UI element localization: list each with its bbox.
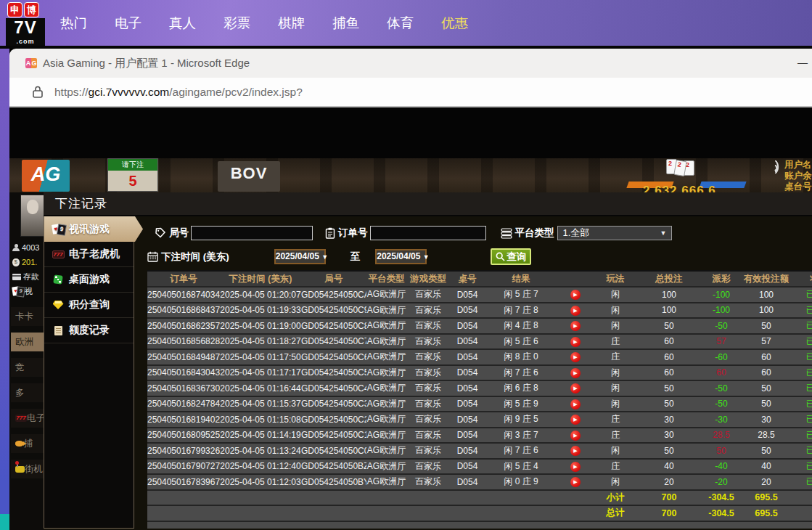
nav-menu-item[interactable]: 捕鱼	[319, 14, 373, 32]
bettime-label: 下注时间 (美东)	[147, 250, 229, 264]
cell-platform: AG欧洲厅	[366, 351, 406, 363]
nav-menu-item[interactable]: 电子	[101, 14, 155, 32]
sidebar-menu-item[interactable]: 多	[11, 383, 44, 402]
nav-menu-item[interactable]: 彩票	[210, 14, 264, 32]
cell-valid: 100	[742, 290, 791, 300]
play-video-icon[interactable]: ▶	[570, 477, 581, 487]
modal-sidebar-item[interactable]: 视讯游戏	[44, 216, 143, 242]
browser-titlebar[interactable]: A G Asia Gaming - 用户配置 1 - Microsoft Edg…	[9, 49, 812, 78]
cell-round: GD054254050C4	[301, 383, 366, 394]
play-video-icon[interactable]: ▶	[570, 352, 581, 362]
sidebar-menu-label: 竞	[15, 362, 25, 374]
favicon-letter-g: G	[31, 58, 37, 68]
cell-game: 百家乐	[406, 444, 450, 457]
modal-sidebar-item[interactable]: 桌面游戏	[44, 267, 134, 293]
cell-bet: 60	[637, 336, 701, 346]
cell-time: 2025-04-05 01:16:44	[220, 383, 301, 394]
play-video-icon[interactable]: ▶	[570, 446, 581, 456]
cell-status: 已派彩	[791, 429, 812, 441]
sidebar-stat-row: 4003	[12, 240, 44, 255]
cell-valid: 20	[742, 477, 791, 487]
cell-status: 已派彩	[791, 304, 812, 317]
cell-game: 百家乐	[406, 319, 450, 332]
round-input[interactable]	[191, 226, 313, 240]
gem-icon	[53, 301, 64, 309]
cell-game: 百家乐	[406, 460, 450, 473]
order-input[interactable]	[370, 226, 486, 240]
modal-sidebar-item[interactable]: 额度记录	[44, 318, 134, 343]
minimize-button[interactable]: —	[797, 57, 808, 68]
sidebar-stats: 4003 201. 存款 视	[12, 240, 44, 298]
cell-platform: AG欧洲厅	[366, 288, 406, 301]
cell-valid: 30	[742, 415, 791, 425]
nav-menu: 热门 电子 真人 彩票 棋牌 捕鱼 体育 优惠	[46, 0, 482, 46]
nav-menu-item[interactable]: 真人	[155, 14, 210, 32]
url-text[interactable]: https://gci.7vvvvvv.com/agingame/pcv2/in…	[54, 86, 303, 99]
cell-status: 已派彩	[791, 288, 812, 301]
user-info-label: 账户余	[784, 171, 812, 182]
sidebar-menu-item[interactable]: 捕	[11, 434, 44, 453]
cell-status: 已派彩	[791, 351, 812, 363]
platform-select[interactable]: 1.全部 ▼	[557, 226, 672, 240]
modal-sidebar-label: 额度记录	[69, 324, 110, 337]
play-video-icon[interactable]: ▶	[570, 290, 581, 300]
url-domain: gci.7vvvvvv.com	[89, 86, 170, 98]
sidebar-menu-item[interactable]: 卡卡	[11, 307, 44, 326]
cell-result: 闲 7 庄 8	[485, 304, 557, 317]
cell-platform: AG欧洲厅	[366, 429, 406, 441]
chevron-down-icon: ▼	[660, 227, 667, 240]
play-video-icon[interactable]: ▶	[570, 431, 581, 441]
play-video-icon[interactable]: ▶	[570, 399, 581, 409]
browser-urlbar[interactable]: https://gci.7vvvvvv.com/agingame/pcv2/in…	[9, 78, 812, 107]
cell-payout: -60	[701, 352, 742, 362]
cell-valid: 50	[742, 321, 791, 331]
cell-bet: 30	[637, 430, 701, 440]
play-video-icon[interactable]: ▶	[570, 462, 581, 472]
cell-platform: AG欧洲厅	[366, 304, 406, 317]
cell-valid: 28.5	[742, 430, 791, 440]
search-button[interactable]: 查询	[491, 248, 531, 265]
site-logo[interactable]: 申 博 7V .com	[6, 2, 46, 46]
modal-sidebar-item[interactable]: 电子老虎机	[44, 242, 134, 267]
nav-menu-item[interactable]: 体育	[373, 14, 427, 32]
nav-menu-item[interactable]: 优惠	[427, 14, 482, 32]
cell-tableno: D054	[450, 336, 485, 346]
date-to-button[interactable]: 2025/04/05 ▼	[375, 249, 427, 264]
play-video-icon[interactable]: ▶	[570, 368, 581, 378]
cell-payout: -50	[701, 321, 742, 331]
sidebar-menu-item[interactable]: 街机	[11, 460, 44, 478]
cell-status: 已派彩	[791, 319, 812, 332]
arcade-icon	[15, 466, 25, 473]
user-info-labels: 用户名账户余桌台号	[784, 160, 812, 192]
cell-order: 250405016790727	[147, 461, 220, 471]
nav-menu-item[interactable]: 热门	[46, 14, 101, 32]
play-video-icon[interactable]: ▶	[570, 415, 581, 425]
modal-sidebar-label: 积分查询	[69, 298, 110, 311]
cell-platform: AG欧洲厅	[366, 382, 406, 394]
col-game: 游戏类型	[406, 273, 450, 285]
sidebar-menu-item[interactable]: 欧洲	[11, 333, 44, 351]
play-video-icon[interactable]: ▶	[570, 383, 581, 394]
sidebar-menu-item[interactable]: 电子	[11, 409, 44, 428]
cell-order: 250405016862357	[147, 321, 220, 331]
table-row: 250405016868437 2025-04-05 01:19:33 GD05…	[147, 303, 812, 319]
play-video-icon[interactable]: ▶	[570, 306, 581, 316]
sidebar-stat-label: 视	[25, 286, 33, 297]
cell-bet: 60	[637, 352, 701, 362]
cell-play: 闲	[594, 476, 637, 488]
cell-round: GD054254050C1	[301, 430, 366, 440]
cell-result: 闲 5 庄 9	[485, 398, 557, 410]
favicon-letter-a: A	[25, 58, 31, 68]
cell-order: 250405016809525	[147, 430, 220, 440]
cell-bet: 30	[637, 415, 701, 425]
cell-tableno: D054	[450, 461, 485, 471]
nav-menu-item[interactable]: 棋牌	[264, 14, 319, 32]
play-video-icon[interactable]: ▶	[570, 321, 581, 331]
play-video-icon[interactable]: ▶	[570, 337, 581, 347]
cell-result: 闲 7 庄 6	[485, 367, 557, 379]
col-platform: 平台类型	[366, 273, 406, 285]
modal-sidebar-item[interactable]: 积分查询	[44, 293, 134, 318]
date-from-button[interactable]: 2025/04/05 ▼	[274, 249, 326, 264]
table-row: 250405016799326 2025-04-05 01:13:24 GD05…	[147, 444, 812, 460]
sidebar-menu-item[interactable]: 竞	[11, 358, 44, 377]
